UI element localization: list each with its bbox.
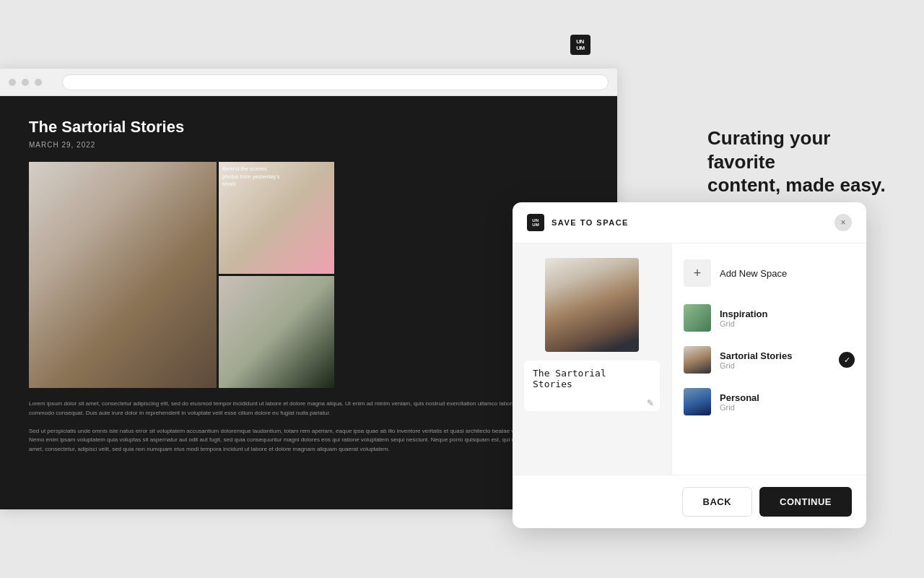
modal-unum-logo: UNUM xyxy=(527,214,544,231)
modal-footer: BACK CONTINUE xyxy=(513,475,866,528)
blog-date: MARCH 29, 2022 xyxy=(29,141,588,149)
tagline-area: Curating your favorite content, made eas… xyxy=(707,126,895,197)
add-new-label: Add New Space xyxy=(720,268,787,279)
space-type-sartorial: Grid xyxy=(720,361,830,370)
save-to-space-modal: UNUM SAVE TO SPACE × The Sartorial Stori… xyxy=(513,202,866,528)
space-info-personal: Personal Grid xyxy=(720,392,855,412)
modal-spaces-list: + Add New Space Inspiration Grid Sartori… xyxy=(672,243,866,475)
blog-title: The Sartorial Stories xyxy=(29,118,588,137)
close-icon: × xyxy=(840,217,845,228)
edit-icon: ✎ xyxy=(647,398,654,408)
browser-dot-yellow xyxy=(22,79,29,86)
browser-toolbar xyxy=(0,69,617,96)
modal-body: The Sartorial Stories ✎ + Add New Space … xyxy=(513,243,866,475)
space-info-sartorial: Sartorial Stories Grid xyxy=(720,350,830,370)
space-thumb-inspiration xyxy=(684,304,711,332)
browser-dot-green xyxy=(35,79,42,86)
space-item-inspiration[interactable]: Inspiration Grid xyxy=(672,297,866,339)
photo-grid: Behind the scenes photos from yesterday'… xyxy=(29,162,588,388)
space-thumb-personal xyxy=(684,388,711,415)
space-item-personal[interactable]: Personal Grid xyxy=(672,381,866,423)
modal-close-button[interactable]: × xyxy=(834,214,852,231)
back-button[interactable]: BACK xyxy=(682,487,753,517)
add-new-space-item[interactable]: + Add New Space xyxy=(672,249,866,297)
preview-input-wrapper: The Sartorial Stories ✎ xyxy=(524,361,660,414)
space-thumb-sartorial xyxy=(684,346,711,374)
modal-preview-panel: The Sartorial Stories ✎ xyxy=(513,243,671,475)
space-selected-check: ✓ xyxy=(839,352,855,368)
photo-hats xyxy=(29,162,217,388)
tagline-text: Curating your favorite content, made eas… xyxy=(707,126,895,197)
preview-image-inner xyxy=(545,258,639,352)
space-type-personal: Grid xyxy=(720,403,855,412)
space-item-sartorial[interactable]: Sartorial Stories Grid ✓ xyxy=(672,339,866,381)
blog-body-p2: Sed ut perspiciatis unde omnis iste natu… xyxy=(29,427,588,454)
address-bar xyxy=(62,74,609,90)
browser-dot-red xyxy=(9,79,16,86)
continue-button[interactable]: CONTINUE xyxy=(759,487,852,517)
modal-title: SAVE TO SPACE xyxy=(552,218,827,227)
unum-logo-browser: UNUM xyxy=(570,35,590,55)
space-name-personal: Personal xyxy=(720,392,855,403)
blog-body-p1: Lorem ipsum dolor sit amet, consectetur … xyxy=(29,400,588,418)
space-type-inspiration: Grid xyxy=(720,319,855,328)
modal-header: UNUM SAVE TO SPACE × xyxy=(513,202,866,243)
preview-image xyxy=(545,258,639,352)
space-name-inspiration: Inspiration xyxy=(720,309,855,319)
space-name-sartorial: Sartorial Stories xyxy=(720,350,830,361)
space-info-inspiration: Inspiration Grid xyxy=(720,309,855,328)
photo-person xyxy=(219,276,334,388)
photo-caption: Behind the scenes photos from yesterday'… xyxy=(222,165,280,189)
preview-title-input[interactable]: The Sartorial Stories xyxy=(524,361,660,411)
add-icon: + xyxy=(684,259,711,287)
